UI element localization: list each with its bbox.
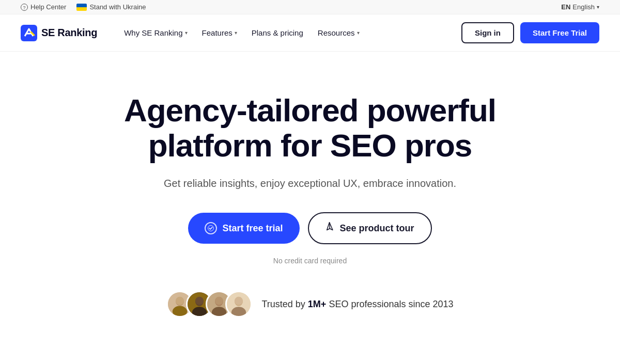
nav-why-label: Why SE Ranking <box>124 28 182 37</box>
trusted-section: Trusted by 1M+ SEO professionals since 2… <box>166 291 453 338</box>
nav-links: Why SE Ranking ▾ Features ▾ Plans & pric… <box>118 24 365 41</box>
signin-button[interactable]: Sign in <box>461 22 514 43</box>
svg-point-7 <box>176 297 184 305</box>
nav-resources-label: Resources <box>318 28 355 37</box>
resources-chevron-icon: ▾ <box>357 30 360 36</box>
lang-code: EN <box>561 3 570 11</box>
ukraine-label: Stand with Ukraine <box>89 3 146 11</box>
ukraine-link[interactable]: Stand with Ukraine <box>76 3 146 11</box>
hero-product-tour-label: See product tour <box>340 223 414 234</box>
svg-text:?: ? <box>23 5 25 10</box>
features-chevron-icon: ▾ <box>235 30 237 36</box>
hero-start-trial-button[interactable]: Start free trial <box>188 213 299 244</box>
nav-plans-pricing[interactable]: Plans & pricing <box>245 24 309 41</box>
trusted-highlight: 1M+ <box>308 299 327 309</box>
avatars-group <box>166 291 252 318</box>
trusted-text-after: SEO professionals since 2013 <box>326 299 453 309</box>
svg-point-6 <box>173 306 187 317</box>
avatar-4 <box>225 291 252 318</box>
help-icon: ? <box>21 4 28 11</box>
hero-buttons: Start free trial See product tour <box>188 212 431 244</box>
top-bar-left: ? Help Center Stand with Ukraine <box>21 3 146 11</box>
svg-point-18 <box>231 307 246 318</box>
nav-features[interactable]: Features ▾ <box>196 24 243 41</box>
trusted-text-before: Trusted by <box>261 299 307 309</box>
send-icon <box>322 221 337 235</box>
logo-text: SE Ranking <box>41 27 97 39</box>
language-selector[interactable]: EN English ▾ <box>561 3 599 11</box>
svg-point-14 <box>212 307 226 318</box>
hero-title: Agency-tailored powerful platform for SE… <box>109 93 512 163</box>
navbar-left: SE Ranking Why SE Ranking ▾ Features ▾ P… <box>21 24 366 41</box>
hero-product-tour-button[interactable]: See product tour <box>308 212 432 244</box>
navbar: SE Ranking Why SE Ranking ▾ Features ▾ P… <box>0 14 620 52</box>
nav-why-se-ranking[interactable]: Why SE Ranking ▾ <box>118 24 193 41</box>
check-icon <box>205 222 217 234</box>
start-trial-button[interactable]: Start Free Trial <box>520 22 599 43</box>
lang-label: English <box>572 3 595 11</box>
help-center-link[interactable]: ? Help Center <box>21 3 66 11</box>
hero-subtitle: Get reliable insights, enjoy exceptional… <box>164 178 456 189</box>
nav-resources[interactable]: Resources ▾ <box>312 24 366 41</box>
help-center-label: Help Center <box>30 3 66 11</box>
why-chevron-icon: ▾ <box>185 30 188 36</box>
ukraine-flag-icon <box>76 4 87 11</box>
no-credit-text: No credit card required <box>273 257 347 265</box>
svg-point-11 <box>196 297 204 305</box>
svg-point-10 <box>192 307 207 318</box>
lang-chevron-icon: ▾ <box>597 4 599 10</box>
nav-features-label: Features <box>202 28 233 37</box>
hero-section: Agency-tailored powerful platform for SE… <box>0 52 620 364</box>
svg-point-15 <box>215 297 224 305</box>
nav-plans-label: Plans & pricing <box>252 28 303 37</box>
logo-icon <box>21 25 37 41</box>
navbar-right: Sign in Start Free Trial <box>461 22 599 43</box>
top-bar: ? Help Center Stand with Ukraine EN Engl… <box>0 0 620 14</box>
trusted-text: Trusted by 1M+ SEO professionals since 2… <box>261 299 453 310</box>
svg-point-19 <box>235 297 243 305</box>
logo[interactable]: SE Ranking <box>21 25 97 41</box>
hero-start-trial-label: Start free trial <box>222 223 283 234</box>
